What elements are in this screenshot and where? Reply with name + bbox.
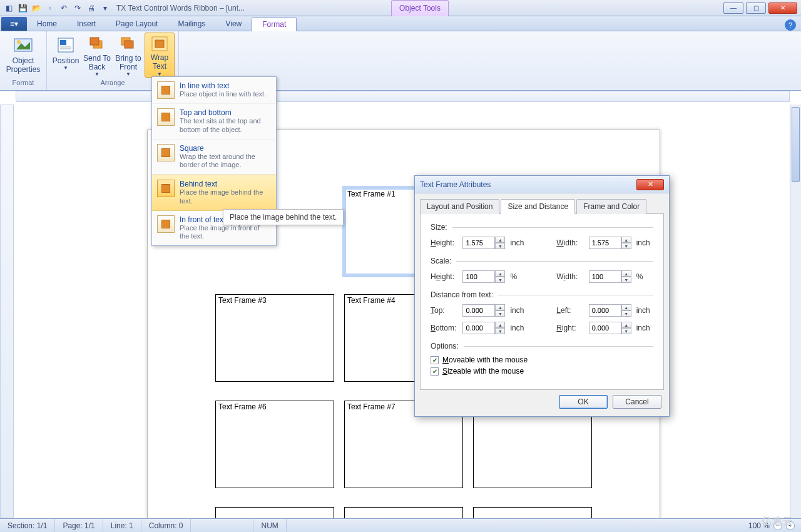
text-frame-label: Text Frame #6 (218, 402, 267, 411)
cancel-button[interactable]: Cancel (613, 395, 661, 409)
dialog-tab-frame-color[interactable]: Frame and Color (576, 199, 646, 214)
text-frame-9[interactable] (215, 507, 334, 518)
document-canvas[interactable]: Text Frame #1 Text Frame #3 Text Frame #… (16, 105, 790, 518)
width-label: Width: (556, 238, 583, 247)
spin-up-icon[interactable]: ▲ (621, 270, 631, 277)
spin-down-icon[interactable]: ▼ (621, 310, 631, 317)
spin-up-icon[interactable]: ▲ (495, 304, 505, 310)
wrap-text-button[interactable]: Wrap Text ▼ (145, 33, 175, 78)
object-properties-button[interactable]: Object Properties (4, 33, 43, 78)
spin-up-icon[interactable]: ▲ (495, 322, 505, 328)
spin-down-icon[interactable]: ▼ (621, 243, 631, 249)
wrap-option-1[interactable]: Top and bottom The text sits at the top … (152, 104, 276, 140)
maximize-button[interactable]: ▢ (746, 3, 766, 14)
unit-label: % (636, 272, 653, 281)
tab-format[interactable]: Format (252, 18, 297, 31)
app-icon[interactable]: ◧ (3, 2, 15, 14)
spin-down-icon[interactable]: ▼ (621, 277, 631, 283)
spin-up-icon[interactable]: ▲ (495, 270, 505, 277)
scrollbar-thumb[interactable] (792, 107, 800, 182)
unit-label: inch (510, 324, 527, 332)
text-frame-10[interactable] (344, 507, 463, 518)
context-tab-object-tools[interactable]: Object Tools (391, 0, 449, 16)
unit-label: inch (636, 306, 653, 315)
moveable-checkbox[interactable]: ✔Moveable with the mouse (431, 356, 653, 364)
tab-mailings[interactable]: Mailings (168, 17, 215, 31)
dist-left-input[interactable] (589, 304, 621, 317)
dialog-tab-size-distance[interactable]: Size and Distance (501, 199, 575, 214)
send-to-back-button[interactable]: Send To Back ▼ (82, 33, 112, 78)
redo-icon[interactable]: ↷ (71, 2, 84, 14)
distance-legend: Distance from text: (431, 290, 493, 299)
text-frame-label: Text Frame #4 (347, 296, 395, 305)
vertical-ruler[interactable] (0, 105, 14, 518)
left-label: Left: (556, 306, 583, 315)
save-icon[interactable]: 💾 (16, 2, 29, 14)
dist-bottom-spinner[interactable]: ▲▼ (462, 322, 505, 334)
checkbox-icon: ✔ (431, 367, 439, 376)
scale-height-spinner[interactable]: ▲▼ (462, 270, 505, 283)
dist-top-spinner[interactable]: ▲▼ (462, 304, 505, 317)
qat-dropdown-icon[interactable]: ▾ (99, 2, 111, 14)
scale-height-input[interactable] (462, 270, 495, 283)
undo-icon[interactable]: ↶ (58, 2, 70, 14)
spin-up-icon[interactable]: ▲ (495, 237, 505, 243)
size-height-spinner[interactable]: ▲▼ (462, 237, 505, 249)
vertical-scrollbar[interactable] (790, 105, 801, 518)
spin-down-icon[interactable]: ▼ (495, 310, 505, 317)
svg-rect-4 (60, 40, 66, 45)
size-height-input[interactable] (462, 237, 495, 249)
spin-down-icon[interactable]: ▼ (495, 243, 505, 249)
dist-right-spinner[interactable]: ▲▼ (589, 322, 631, 334)
file-tab[interactable]: ≡▾ (1, 17, 27, 31)
text-frame-11[interactable] (473, 507, 592, 518)
wrap-option-title: Square (180, 144, 271, 153)
help-button[interactable]: ? (785, 19, 796, 31)
text-frame-3[interactable]: Text Frame #3 (215, 294, 334, 382)
spin-up-icon[interactable]: ▲ (621, 304, 631, 310)
spin-up-icon[interactable]: ▲ (621, 322, 631, 328)
tab-insert[interactable]: Insert (67, 17, 106, 31)
wrap-option-3[interactable]: Behind text Place the image behind the t… (152, 175, 276, 211)
window-buttons: — ▢ ✕ (723, 3, 801, 14)
spin-down-icon[interactable]: ▼ (621, 328, 631, 334)
dist-bottom-input[interactable] (462, 322, 495, 334)
tab-home[interactable]: Home (27, 17, 67, 31)
minimize-button[interactable]: — (723, 3, 743, 14)
open-icon[interactable]: 📂 (30, 2, 43, 14)
dialog-titlebar[interactable]: Text Frame Attributes ✕ (415, 176, 669, 193)
window-title: TX Text Control Words Ribbon – [unt... (114, 4, 391, 13)
ribbon-group-format: Object Properties Format (0, 31, 47, 90)
horizontal-ruler[interactable] (16, 91, 790, 102)
status-page: Page: 1/1 (55, 519, 103, 532)
sizeable-checkbox[interactable]: ✔Sizeable with the mouse (431, 367, 653, 376)
ok-button[interactable]: OK (559, 395, 608, 409)
scale-width-spinner[interactable]: ▲▼ (589, 270, 631, 283)
dialog-tab-layout[interactable]: Layout and Position (420, 199, 499, 214)
text-frame-6[interactable]: Text Frame #6 (215, 401, 334, 488)
wrap-option-2[interactable]: Square Wrap the text around the border o… (152, 140, 276, 175)
spin-down-icon[interactable]: ▼ (495, 277, 505, 283)
dist-top-input[interactable] (462, 304, 495, 317)
position-button[interactable]: Position ▼ (51, 33, 81, 78)
dialog-close-button[interactable]: ✕ (636, 179, 664, 190)
fieldset-options: Options: ✔Moveable with the mouse ✔Sizea… (431, 342, 653, 376)
new-icon[interactable]: ▫ (44, 2, 56, 14)
tab-page-layout[interactable]: Page Layout (106, 17, 168, 31)
dist-right-input[interactable] (589, 322, 621, 334)
text-frame-attributes-dialog: Text Frame Attributes ✕ Layout and Posit… (414, 175, 670, 417)
spin-up-icon[interactable]: ▲ (621, 237, 631, 243)
wrap-option-0[interactable]: In line with text Place object in line w… (152, 77, 276, 104)
quick-access-toolbar: ◧ 💾 📂 ▫ ↶ ↷ 🖨 ▾ (0, 2, 114, 14)
tab-view[interactable]: View (215, 17, 252, 31)
size-width-spinner[interactable]: ▲▼ (589, 237, 631, 249)
wrap-option-desc: Place the image in front of the text. (180, 224, 271, 242)
size-width-input[interactable] (589, 237, 621, 249)
print-icon[interactable]: 🖨 (85, 2, 98, 14)
close-button[interactable]: ✕ (768, 3, 797, 14)
bring-to-front-button[interactable]: Bring to Front ▼ (113, 33, 143, 78)
fieldset-distance: Distance from text: Top: ▲▼ inch Left: ▲… (431, 290, 653, 334)
scale-width-input[interactable] (589, 270, 621, 283)
spin-down-icon[interactable]: ▼ (495, 328, 505, 334)
dist-left-spinner[interactable]: ▲▼ (589, 304, 631, 317)
